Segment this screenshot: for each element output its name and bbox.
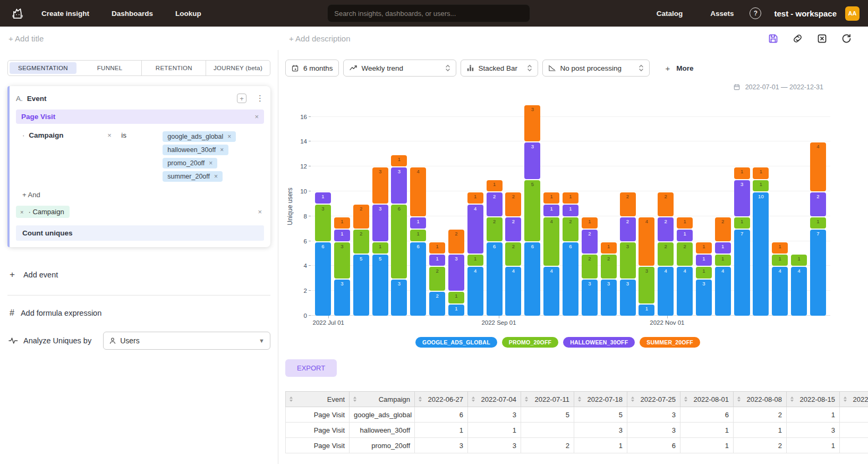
tab-retention[interactable]: RETENTION [142, 61, 206, 75]
bar-2022-08-08[interactable]: 2211 [429, 242, 445, 316]
bar-segment-google-ads-global[interactable]: 5 [372, 255, 388, 316]
bar-segment-promo-20off[interactable]: 3 [620, 242, 636, 279]
bar-2022-11-07[interactable]: 4211 [677, 217, 693, 316]
more-button[interactable]: + More [666, 64, 694, 73]
bar-2022-11-28[interactable]: 7131 [734, 167, 750, 316]
column-header-2022-07-04[interactable]: 2022-07-04 [468, 392, 521, 407]
bar-segment-promo-20off[interactable]: 3 [334, 242, 350, 279]
bar-2022-11-14[interactable]: 3111 [696, 242, 712, 316]
bar-2022-12-12[interactable]: 411 [772, 242, 788, 316]
help-icon[interactable]: ? [750, 7, 761, 19]
bar-segment-halloween-30off[interactable]: 2 [810, 192, 826, 216]
bar-segment-summer-20off[interactable]: 4 [639, 217, 654, 266]
bar-segment-summer-20off[interactable]: 4 [410, 167, 426, 216]
add-formula-button[interactable]: # Add formula expression [7, 308, 270, 318]
column-header-2022-07-11[interactable]: 2022-07-11 [521, 392, 574, 407]
add-title-button[interactable]: + Add title [8, 34, 44, 43]
bar-segment-google-ads-global[interactable]: 6 [487, 242, 503, 316]
bar-segment-promo-20off[interactable]: 1 [753, 180, 769, 191]
sort-icon[interactable] [631, 396, 634, 402]
bar-2022-07-04[interactable]: 3311 [334, 217, 350, 316]
bar-segment-summer-20off[interactable]: 1 [753, 167, 769, 179]
bar-segment-halloween-30off[interactable]: 1 [410, 217, 426, 229]
bar-2022-12-26[interactable]: 7124 [810, 142, 826, 316]
aggregation-selector[interactable]: Count uniques [16, 225, 264, 241]
bar-segment-google-ads-global[interactable]: 4 [505, 267, 521, 316]
bar-segment-summer-20off[interactable]: 1 [772, 242, 788, 254]
tab-journey-beta[interactable]: JOURNEY (beta) [206, 61, 270, 75]
bar-segment-halloween-30off[interactable]: 3 [524, 142, 540, 179]
event-selector[interactable]: Page Visit × [16, 109, 264, 124]
bar-segment-google-ads-global[interactable]: 4 [791, 267, 807, 316]
nav-item-create-insight[interactable]: Create insight [41, 10, 89, 18]
bar-segment-promo-20off[interactable]: 2 [677, 242, 693, 266]
app-logo-cat-icon[interactable] [8, 4, 27, 22]
bar-segment-summer-20off[interactable]: 2 [505, 192, 521, 216]
bar-segment-google-ads-global[interactable]: 1 [448, 305, 464, 316]
bar-segment-google-ads-global[interactable]: 4 [677, 267, 693, 316]
sort-icon[interactable] [525, 396, 528, 402]
bar-segment-promo-20off[interactable]: 1 [791, 255, 807, 266]
bar-segment-google-ads-global[interactable]: 3 [334, 280, 350, 316]
bar-2022-08-22[interactable]: 4141 [467, 192, 483, 316]
column-header-2022-08-15[interactable]: 2022-08-15 [787, 392, 840, 407]
search-input[interactable]: Search insights, dashboards, or users... [327, 4, 530, 22]
save-icon[interactable] [767, 32, 779, 44]
bar-segment-google-ads-global[interactable]: 1 [639, 305, 654, 316]
bar-segment-summer-20off[interactable]: 3 [372, 167, 388, 204]
bar-segment-summer-20off[interactable]: 4 [810, 142, 826, 191]
bar-segment-halloween-30off[interactable]: 1 [315, 192, 331, 204]
bar-segment-halloween-30off[interactable]: 3 [372, 205, 388, 241]
bar-segment-google-ads-global[interactable]: 4 [715, 267, 731, 316]
nav-item-assets[interactable]: Assets [710, 10, 734, 18]
bar-segment-summer-20off[interactable]: 1 [582, 217, 598, 229]
bar-segment-halloween-30off[interactable]: 2 [487, 192, 503, 216]
bar-segment-summer-20off[interactable]: 1 [467, 192, 483, 204]
bar-segment-promo-20off[interactable]: 6 [391, 205, 407, 278]
bar-2022-07-11[interactable]: 522 [353, 205, 369, 316]
bar-segment-google-ads-global[interactable]: 3 [620, 280, 636, 316]
bar-segment-google-ads-global[interactable]: 4 [543, 267, 559, 316]
bar-segment-halloween-30off[interactable]: 1 [696, 255, 712, 266]
column-header-2022-06-27[interactable]: 2022-06-27 [415, 392, 468, 407]
bar-segment-summer-20off[interactable]: 2 [620, 192, 636, 216]
column-header-campaign[interactable]: Campaign [350, 392, 415, 407]
bar-segment-promo-20off[interactable]: 1 [715, 255, 731, 266]
column-header-2022-07-18[interactable]: 2022-07-18 [574, 392, 627, 407]
bar-segment-google-ads-global[interactable]: 4 [658, 267, 674, 316]
bar-segment-promo-20off[interactable]: 3 [639, 267, 654, 303]
bar-segment-promo-20off[interactable]: 1 [734, 217, 750, 229]
bar-segment-promo-20off[interactable]: 1 [372, 242, 388, 254]
bar-segment-promo-20off[interactable]: 1 [448, 292, 464, 303]
bar-segment-google-ads-global[interactable]: 6 [315, 242, 331, 316]
bar-2022-10-31[interactable]: 4222 [658, 192, 674, 316]
bar-2022-08-29[interactable]: 6221 [487, 180, 503, 316]
add-filter-icon[interactable]: + [237, 94, 246, 103]
chart-date-range[interactable]: 2022-07-01 — 2022-12-31 [285, 83, 868, 91]
bar-segment-summer-20off[interactable]: 1 [391, 155, 407, 166]
bar-segment-halloween-30off[interactable]: 1 [677, 230, 693, 241]
bar-segment-promo-20off[interactable]: 2 [601, 255, 617, 279]
filter-chip-promo-20off[interactable]: promo_20off× [163, 158, 217, 168]
bar-segment-summer-20off[interactable]: 1 [601, 242, 617, 254]
filter-property[interactable]: Campaign [29, 131, 107, 139]
add-and-condition[interactable]: + And [16, 191, 264, 199]
close-box-icon[interactable] [816, 32, 828, 44]
bar-segment-promo-20off[interactable]: 5 [524, 180, 540, 241]
bar-segment-promo-20off[interactable]: 2 [582, 255, 598, 279]
bar-segment-google-ads-global[interactable]: 3 [696, 280, 712, 316]
bar-2022-09-12[interactable]: 6533 [524, 105, 540, 316]
bar-segment-halloween-30off[interactable]: 1 [715, 242, 731, 254]
bar-segment-halloween-30off[interactable]: 2 [505, 217, 521, 241]
bar-segment-summer-20off[interactable]: 2 [715, 217, 731, 241]
bar-segment-halloween-30off[interactable]: 1 [543, 205, 559, 216]
analyze-by-select[interactable]: Users ▼ [103, 332, 270, 350]
bar-segment-halloween-30off[interactable]: 3 [448, 255, 464, 291]
bar-2022-08-15[interactable]: 1132 [448, 230, 464, 316]
bar-2022-12-05[interactable]: 1011 [753, 167, 769, 316]
filter-chip-google-ads-global[interactable]: google_ads_global× [163, 131, 236, 142]
bar-segment-summer-20off[interactable]: 1 [696, 242, 712, 254]
legend-halloween-30off[interactable]: HALLOWEEN_30OFF [563, 337, 635, 348]
bar-segment-summer-20off[interactable]: 1 [677, 217, 693, 229]
column-header-event[interactable]: Event [286, 392, 350, 407]
